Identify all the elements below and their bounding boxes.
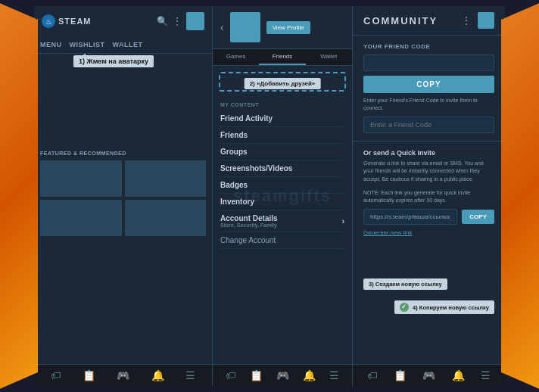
- right-bottom-game-icon[interactable]: 🎮: [422, 369, 435, 381]
- community-panel: COMMUNITY ⋮ Your Friend Code COPY Enter …: [352, 6, 505, 386]
- left-content: FEATURED & RECOMMENDED: [34, 54, 212, 364]
- community-header: COMMUNITY ⋮: [353, 6, 505, 36]
- community-header-right: ⋮: [461, 12, 494, 29]
- enter-friend-code-input[interactable]: [363, 117, 494, 133]
- gift-decoration-left: [0, 0, 38, 392]
- right-bottom-nav: 🏷 📋 🎮 🔔 ☰: [353, 364, 505, 386]
- nav-menu[interactable]: MENU: [40, 39, 62, 50]
- friend-code-desc: Enter your Friend's Friend Code to invit…: [363, 97, 494, 112]
- content-account-details[interactable]: Account Details Store, Security, Family …: [220, 210, 344, 232]
- middle-bottom-nav: 🏷 📋 🎮 🔔 ☰: [213, 364, 352, 386]
- callout-create-link: 3) Создаем новую ссылку: [363, 278, 447, 290]
- mid-bottom-game-icon[interactable]: 🎮: [276, 369, 289, 381]
- content-inventory[interactable]: Inventory: [220, 194, 344, 210]
- quick-invite-note: NOTE: Each link you generate for quick i…: [363, 189, 494, 204]
- invite-link-input[interactable]: [363, 209, 457, 225]
- mid-bottom-bell-icon[interactable]: 🔔: [303, 369, 316, 381]
- quick-invite-section: Or send a Quick Invite Generate a link t…: [353, 142, 505, 364]
- my-content-label: MY CONTENT: [220, 102, 344, 107]
- nav-bar: MENU WISHLIST WALLET: [34, 36, 212, 54]
- mid-bottom-menu-icon[interactable]: ☰: [329, 369, 339, 381]
- nav-wishlist[interactable]: WISHLIST: [70, 39, 105, 50]
- link-row: COPY: [363, 209, 494, 225]
- search-icon[interactable]: 🔍: [157, 16, 168, 26]
- featured-label: FEATURED & RECOMMENDED: [40, 151, 206, 156]
- user-avatar[interactable]: [186, 12, 204, 30]
- left-bottom-nav: 🏷 📋 🎮 🔔 ☰: [34, 364, 212, 386]
- right-bottom-list-icon[interactable]: 📋: [394, 369, 407, 381]
- steam-header: ♨ STEAM 🔍 ⋮: [34, 6, 212, 36]
- copy-friend-code-button[interactable]: COPY: [363, 76, 494, 93]
- content-groups[interactable]: Groups: [220, 144, 344, 160]
- friend-code-section: Your Friend Code COPY Enter your Friend'…: [353, 36, 505, 142]
- middle-tabs: Games Friends Wallet: [213, 49, 352, 66]
- community-title: COMMUNITY: [363, 15, 438, 26]
- tab-wallet[interactable]: Wallet: [306, 49, 352, 65]
- bottom-tag-icon[interactable]: 🏷: [51, 369, 61, 381]
- callout-copy-link: ✓ 4) Копируем новую ссылку: [394, 300, 494, 314]
- quick-invite-desc: Generate a link to share via email or SM…: [363, 160, 494, 184]
- friend-code-input[interactable]: [363, 54, 494, 71]
- check-icon: ✓: [400, 303, 409, 312]
- tab-friends[interactable]: Friends: [259, 49, 305, 65]
- featured-item-1: [40, 160, 122, 197]
- nav-wallet[interactable]: WALLET: [113, 39, 143, 50]
- account-details-label: Account Details: [220, 214, 278, 222]
- mid-bottom-list-icon[interactable]: 📋: [250, 369, 263, 381]
- bottom-list-icon[interactable]: 📋: [83, 369, 95, 381]
- middle-dropdown-panel: ‹ View Profile Games Friends Wallet 👤+ A…: [212, 6, 352, 386]
- tooltip-add-friends: 2) «Добавить друзей»: [245, 78, 321, 89]
- middle-header: ‹ View Profile: [213, 6, 352, 49]
- main-container: ♨ STEAM 🔍 ⋮ MENU WISHLIST WALLET 1) Жмем…: [34, 6, 505, 386]
- content-change-account[interactable]: Change Account: [220, 232, 344, 249]
- quick-invite-title: Or send a Quick Invite: [363, 149, 494, 157]
- friend-code-label: Your Friend Code: [363, 43, 494, 50]
- header-icons: 🔍 ⋮: [157, 12, 204, 30]
- community-menu-dots-icon[interactable]: ⋮: [461, 14, 472, 26]
- bottom-bell-icon[interactable]: 🔔: [151, 369, 164, 381]
- back-arrow-icon[interactable]: ‹: [220, 21, 224, 33]
- featured-grid: [40, 160, 206, 236]
- tooltip-click-avatar: 1) Жмем на аватарку: [73, 55, 154, 67]
- my-content-section: MY CONTENT Friend Activity Friends Group…: [213, 98, 352, 254]
- content-friend-activity[interactable]: Friend Activity: [220, 110, 344, 127]
- steam-logo: ♨ STEAM: [42, 14, 92, 28]
- menu-dots-icon[interactable]: ⋮: [173, 16, 182, 26]
- steam-logo-text: STEAM: [58, 17, 92, 26]
- right-bottom-tag-icon[interactable]: 🏷: [367, 369, 378, 381]
- steam-client-panel: ♨ STEAM 🔍 ⋮ MENU WISHLIST WALLET 1) Жмем…: [34, 6, 212, 386]
- right-bottom-menu-icon[interactable]: ☰: [481, 369, 491, 381]
- right-bottom-bell-icon[interactable]: 🔔: [452, 369, 465, 381]
- callout-4-text: 4) Копируем новую ссылку: [413, 303, 489, 310]
- featured-item-4: [125, 200, 207, 236]
- content-friends[interactable]: Friends: [220, 127, 344, 144]
- mid-bottom-tag-icon[interactable]: 🏷: [226, 369, 236, 381]
- gift-decoration-right: [501, 0, 539, 392]
- copy-link-button[interactable]: COPY: [462, 210, 494, 224]
- bottom-menu-icon[interactable]: ☰: [185, 369, 195, 381]
- account-details-sub: Store, Security, Family: [220, 222, 278, 228]
- community-avatar[interactable]: [478, 12, 494, 29]
- tab-games[interactable]: Games: [213, 49, 259, 65]
- steam-icon: ♨: [42, 14, 55, 28]
- content-badges[interactable]: Badges: [220, 177, 344, 194]
- featured-item-3: [40, 200, 122, 236]
- featured-item-2: [125, 160, 207, 197]
- content-screenshots[interactable]: Screenshots/Videos: [220, 160, 344, 177]
- view-profile-button[interactable]: View Profile: [266, 21, 310, 34]
- generate-new-link[interactable]: Generate new link: [363, 229, 494, 236]
- profile-avatar: [230, 12, 260, 42]
- bottom-game-icon[interactable]: 🎮: [117, 369, 129, 381]
- chevron-right-icon: ›: [342, 217, 344, 226]
